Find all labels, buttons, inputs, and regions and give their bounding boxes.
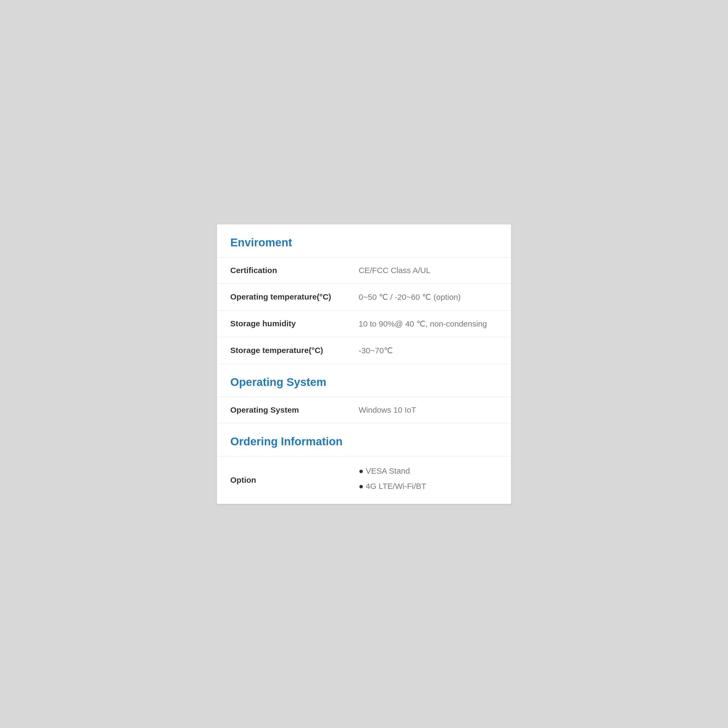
section-header-environment: Enviroment (217, 224, 511, 257)
list-item: 4G LTE/Wi-Fi/BT (359, 480, 498, 492)
row-value: CE/FCC Class A/UL (345, 257, 511, 283)
row-value: 0~50 ℃ / -20~60 ℃ (option) (345, 283, 511, 310)
table-row: Operating SystemWindows 10 IoT (217, 397, 511, 423)
section-header-operating-system: Operating System (217, 364, 511, 397)
row-value: -30~70℃ (345, 337, 511, 364)
row-label: Option (217, 456, 345, 504)
row-label: Storage temperature(°C) (217, 337, 345, 364)
table-row: CertificationCE/FCC Class A/UL (217, 257, 511, 283)
table-row: Operating temperature(°C)0~50 ℃ / -20~60… (217, 283, 511, 310)
row-label: Operating System (217, 397, 345, 423)
row-label: Storage humidity (217, 310, 345, 337)
row-label: Operating temperature(°C) (217, 283, 345, 310)
section-title-environment: Enviroment (230, 236, 292, 249)
spec-card: EnviromentCertificationCE/FCC Class A/UL… (217, 224, 511, 504)
row-value: 10 to 90%@ 40 ℃, non-condensing (345, 310, 511, 337)
row-value: VESA Stand4G LTE/Wi-Fi/BT (345, 456, 511, 504)
row-label: Certification (217, 257, 345, 283)
section-title-ordering-information: Ordering Information (230, 435, 343, 448)
table-row: Storage temperature(°C)-30~70℃ (217, 337, 511, 364)
table-row: Storage humidity10 to 90%@ 40 ℃, non-con… (217, 310, 511, 337)
section-title-operating-system: Operating System (230, 376, 326, 388)
spec-table: EnviromentCertificationCE/FCC Class A/UL… (217, 224, 511, 504)
table-row: OptionVESA Stand4G LTE/Wi-Fi/BT (217, 456, 511, 504)
section-header-ordering-information: Ordering Information (217, 423, 511, 456)
list-item: VESA Stand (359, 465, 498, 477)
row-value: Windows 10 IoT (345, 397, 511, 423)
